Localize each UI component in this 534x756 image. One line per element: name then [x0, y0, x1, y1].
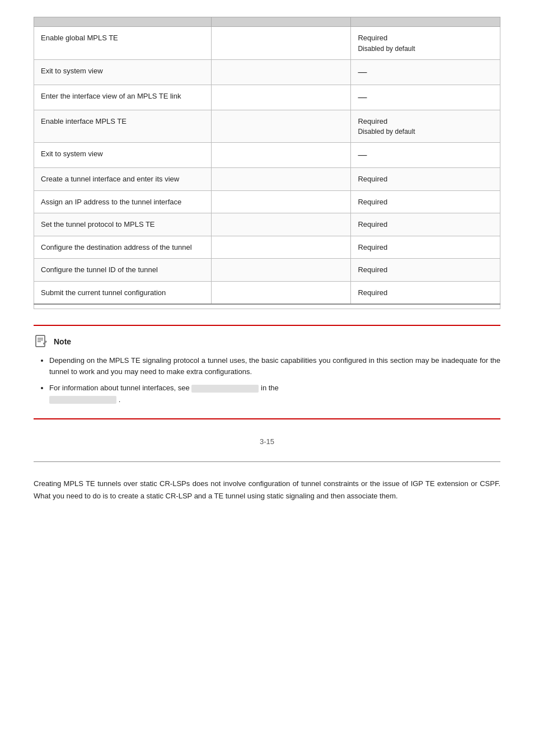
row-remarks: —: [351, 143, 500, 168]
row-step: Enable interface MPLS TE: [34, 110, 212, 143]
note-period: .: [119, 395, 121, 404]
row-step: Set the tunnel protocol to MPLS TE: [34, 213, 212, 236]
row-command: [211, 168, 351, 191]
list-item: For information about tunnel interfaces,…: [49, 382, 500, 406]
row-command: [211, 143, 351, 168]
row-command: [211, 213, 351, 236]
page-footer: 3-15: [34, 437, 500, 446]
remark-default: Disabled by default: [358, 127, 493, 137]
section-divider: [34, 461, 500, 462]
row-remarks: Required: [351, 236, 500, 259]
row-remarks: Required: [351, 190, 500, 213]
body-paragraph: Creating MPLS TE tunnels over static CR-…: [34, 479, 500, 500]
row-command: [211, 281, 351, 304]
note-link-placeholder-2: [49, 396, 116, 404]
row-remarks: Required: [351, 259, 500, 282]
table-row: Set the tunnel protocol to MPLS TE Requi…: [34, 213, 500, 236]
config-table: Enable global MPLS TE Required Disabled …: [34, 17, 500, 309]
table-row: Assign an IP address to the tunnel inter…: [34, 190, 500, 213]
table-row: Enter the interface view of an MPLS TE l…: [34, 85, 500, 110]
table-row: Submit the current tunnel configuration …: [34, 281, 500, 304]
remark-default: Disabled by default: [358, 44, 493, 54]
table-row: Configure the destination address of the…: [34, 236, 500, 259]
col-header-step: [34, 17, 212, 27]
col-header-command: [211, 17, 351, 27]
table-row: Create a tunnel interface and enter its …: [34, 168, 500, 191]
col-header-remarks: [351, 17, 500, 27]
row-step: Exit to system view: [34, 143, 212, 168]
table-row: Enable global MPLS TE Required Disabled …: [34, 27, 500, 60]
row-step: Configure the destination address of the…: [34, 236, 212, 259]
row-remarks: Required: [351, 168, 500, 191]
table-row: Enable interface MPLS TE Required Disabl…: [34, 110, 500, 143]
row-remarks: Required: [351, 213, 500, 236]
table-row: Configure the tunnel ID of the tunnel Re…: [34, 259, 500, 282]
remark-required: Required: [358, 32, 493, 44]
note-title: Note: [54, 337, 71, 346]
row-command: [211, 236, 351, 259]
note-link-placeholder: [191, 385, 259, 393]
row-remarks: —: [351, 85, 500, 110]
note-item-2-suffix: in the: [261, 384, 279, 392]
row-command: [211, 27, 351, 60]
row-command: [211, 59, 351, 85]
row-step: Assign an IP address to the tunnel inter…: [34, 190, 212, 213]
row-command: [211, 85, 351, 110]
row-command: [211, 110, 351, 143]
table-row: Exit to system view —: [34, 143, 500, 168]
note-icon: [34, 334, 49, 349]
row-step: Submit the current tunnel configuration: [34, 281, 212, 304]
row-remarks: —: [351, 59, 500, 85]
row-step: Enter the interface view of an MPLS TE l…: [34, 85, 212, 110]
row-step: Create a tunnel interface and enter its …: [34, 168, 212, 191]
page-number: 3-15: [260, 437, 274, 446]
note-list: Depending on the MPLS TE signaling proto…: [34, 355, 500, 406]
remark-required: Required: [358, 116, 493, 127]
table-row: Exit to system view —: [34, 59, 500, 85]
body-text: Creating MPLS TE tunnels over static CR-…: [34, 478, 500, 502]
note-item-2-prefix: For information about tunnel interfaces,…: [49, 384, 190, 392]
list-item: Depending on the MPLS TE signaling proto…: [49, 355, 500, 379]
row-command: [211, 190, 351, 213]
row-remarks: Required Disabled by default: [351, 27, 500, 60]
note-section: Note Depending on the MPLS TE signaling …: [34, 325, 500, 419]
row-remarks: Required: [351, 281, 500, 304]
svg-rect-0: [36, 335, 45, 347]
row-command: [211, 259, 351, 282]
note-header: Note: [34, 334, 500, 349]
note-item-1: Depending on the MPLS TE signaling proto…: [49, 356, 500, 376]
row-step: Exit to system view: [34, 59, 212, 85]
row-remarks: Required Disabled by default: [351, 110, 500, 143]
row-step: Enable global MPLS TE: [34, 27, 212, 60]
row-step: Configure the tunnel ID of the tunnel: [34, 259, 212, 282]
